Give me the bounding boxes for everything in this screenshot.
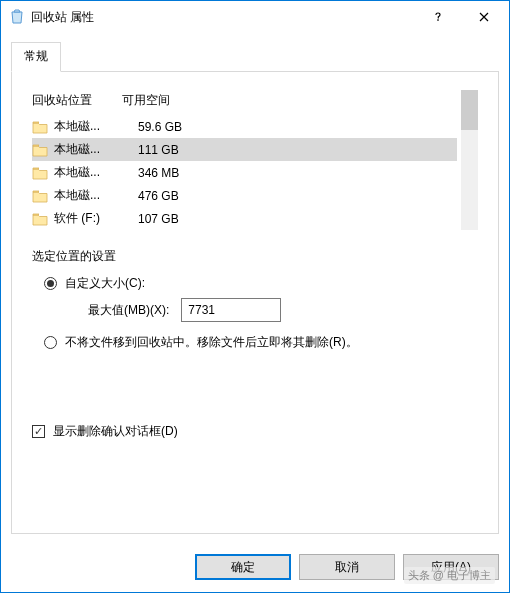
drive-row[interactable]: 本地磁...346 MB: [32, 161, 457, 184]
dialog-content: 常规 回收站位置 可用空间 本地磁...59.6 GB本地磁...111 GB本…: [1, 33, 509, 544]
drive-row[interactable]: 软件 (F:)107 GB: [32, 207, 457, 230]
checkbox-confirm-delete[interactable]: 显示删除确认对话框(D): [32, 423, 478, 440]
drive-space: 59.6 GB: [138, 120, 457, 134]
header-space[interactable]: 可用空间: [122, 92, 457, 109]
tab-panel-general: 回收站位置 可用空间 本地磁...59.6 GB本地磁...111 GB本地磁.…: [11, 72, 499, 534]
window-title: 回收站 属性: [31, 9, 415, 26]
checkbox-icon: [32, 425, 45, 438]
tab-strip: 常规: [11, 41, 499, 72]
drive-space: 346 MB: [138, 166, 457, 180]
max-size-label: 最大值(MB)(X):: [88, 302, 169, 319]
folder-icon: [32, 166, 48, 180]
drive-list[interactable]: 回收站位置 可用空间 本地磁...59.6 GB本地磁...111 GB本地磁.…: [32, 90, 457, 230]
recycle-bin-icon: [9, 9, 25, 25]
folder-icon: [32, 189, 48, 203]
scrollbar-thumb[interactable]: [461, 90, 478, 130]
scrollbar[interactable]: [461, 90, 478, 230]
drive-location: 本地磁...: [54, 187, 138, 204]
drive-location: 本地磁...: [54, 164, 138, 181]
folder-icon: [32, 143, 48, 157]
radio-label: 自定义大小(C):: [65, 275, 145, 292]
settings-section-label: 选定位置的设置: [32, 248, 478, 265]
close-button[interactable]: [461, 1, 507, 33]
ok-button[interactable]: 确定: [195, 554, 291, 580]
radio-custom-size[interactable]: 自定义大小(C):: [44, 275, 478, 292]
drive-list-header: 回收站位置 可用空间: [32, 90, 457, 115]
drive-space: 476 GB: [138, 189, 457, 203]
radio-no-recycle[interactable]: 不将文件移到回收站中。移除文件后立即将其删除(R)。: [44, 334, 478, 351]
header-location[interactable]: 回收站位置: [32, 92, 122, 109]
max-size-input[interactable]: [181, 298, 281, 322]
drive-location: 软件 (F:): [54, 210, 138, 227]
drive-space: 111 GB: [138, 143, 457, 157]
drive-row[interactable]: 本地磁...59.6 GB: [32, 115, 457, 138]
drive-space: 107 GB: [138, 212, 457, 226]
radio-icon: [44, 336, 57, 349]
properties-dialog: 回收站 属性 常规 回收站位置 可用空间 本地磁...59.6 GB本地磁...…: [0, 0, 510, 593]
radio-icon: [44, 277, 57, 290]
folder-icon: [32, 120, 48, 134]
settings-group: 自定义大小(C): 最大值(MB)(X): 不将文件移到回收站中。移除文件后立即…: [32, 275, 478, 357]
radio-label: 不将文件移到回收站中。移除文件后立即将其删除(R)。: [65, 334, 358, 351]
cancel-button[interactable]: 取消: [299, 554, 395, 580]
drive-row[interactable]: 本地磁...476 GB: [32, 184, 457, 207]
drive-location: 本地磁...: [54, 118, 138, 135]
drive-row[interactable]: 本地磁...111 GB: [32, 138, 457, 161]
max-size-row: 最大值(MB)(X):: [88, 298, 478, 322]
checkbox-label: 显示删除确认对话框(D): [53, 423, 178, 440]
titlebar: 回收站 属性: [1, 1, 509, 33]
watermark: 头条 @ 电子博主: [404, 567, 495, 584]
help-button[interactable]: [415, 1, 461, 33]
folder-icon: [32, 212, 48, 226]
drive-location: 本地磁...: [54, 141, 138, 158]
drive-list-area: 回收站位置 可用空间 本地磁...59.6 GB本地磁...111 GB本地磁.…: [32, 90, 478, 230]
tab-general[interactable]: 常规: [11, 42, 61, 72]
